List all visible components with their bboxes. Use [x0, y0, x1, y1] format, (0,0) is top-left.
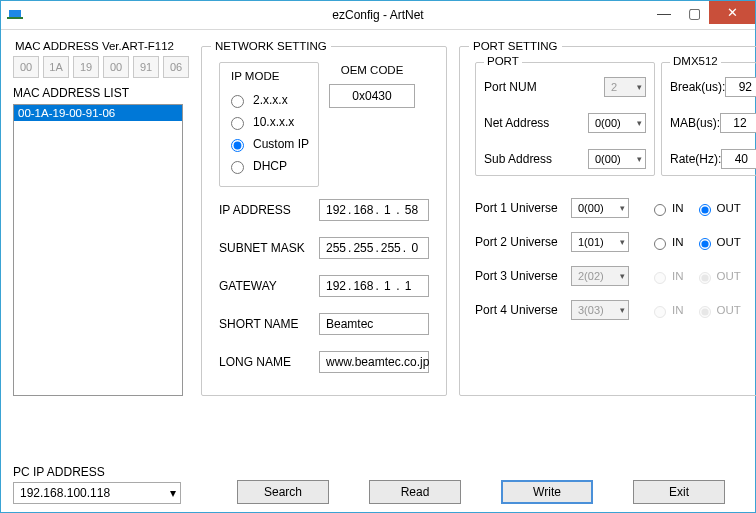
port-subgroup: PORT Port NUM 2▾ Net Address 0(00)▾ Sub … — [475, 62, 655, 176]
port1-out-radio[interactable]: OUT — [694, 201, 741, 216]
app-icon — [1, 1, 29, 30]
chevron-down-icon: ▾ — [637, 82, 642, 92]
mab-label: MAB(us): — [670, 116, 720, 130]
ip-address-input[interactable]: 192.168. 1 . 58 — [319, 199, 429, 221]
window-title: ezConfig - ArtNet — [1, 8, 755, 22]
port3-in-radio: IN — [649, 269, 684, 284]
mac-list-item[interactable]: 00-1A-19-00-91-06 — [14, 105, 182, 121]
app-window: ezConfig - ArtNet — ▢ ✕ MAC ADDRESS Ver.… — [0, 0, 756, 513]
write-button[interactable]: Write — [501, 480, 593, 504]
universe-area: Port 1 Universe 0(00)▾ IN OUT Port 2 Uni… — [469, 182, 756, 336]
ipmode-group: IP MODE 2.x.x.x 10.x.x.x Custom IP DHCP — [219, 62, 319, 187]
port2-in-radio[interactable]: IN — [649, 235, 684, 250]
search-button[interactable]: Search — [237, 480, 329, 504]
net-address-label: Net Address — [484, 116, 568, 130]
port2-out-radio[interactable]: OUT — [694, 235, 741, 250]
svg-rect-1 — [7, 17, 23, 19]
gateway-input[interactable]: 192.168. 1 . 1 — [319, 275, 429, 297]
close-button[interactable]: ✕ — [709, 1, 755, 24]
bottom-bar: PC IP ADDRESS 192.168.100.118▾ Search Re… — [13, 465, 743, 504]
maximize-button[interactable]: ▢ — [679, 1, 709, 24]
ipmode-option-10x[interactable]: 10.x.x.x — [226, 114, 312, 130]
port3-universe-label: Port 3 Universe — [475, 269, 571, 283]
subnet-input[interactable]: 255.255.255. 0 — [319, 237, 429, 259]
ipmode-label: IP MODE — [228, 70, 282, 82]
shortname-input[interactable]: Beamtec — [319, 313, 429, 335]
mac-column: MAC ADDRESS Ver.ART-F112 00 1A 19 00 91 … — [13, 40, 189, 396]
ipmode-option-custom[interactable]: Custom IP — [226, 136, 312, 152]
chevron-down-icon: ▾ — [620, 203, 625, 213]
subnet-label: SUBNET MASK — [219, 241, 311, 255]
chevron-down-icon: ▾ — [170, 486, 176, 500]
mac-byte-5[interactable]: 06 — [163, 56, 189, 78]
oem-code-value[interactable]: 0x0430 — [329, 84, 415, 108]
port4-in-radio: IN — [649, 303, 684, 318]
shortname-label: SHORT NAME — [219, 317, 311, 331]
minimize-button[interactable]: — — [649, 1, 679, 24]
mac-bytes: 00 1A 19 00 91 06 — [13, 56, 189, 78]
break-label: Break(us): — [670, 80, 725, 94]
rate-label: Rate(Hz): — [670, 152, 721, 166]
chevron-down-icon: ▾ — [620, 237, 625, 247]
port-num-label: Port NUM — [484, 80, 568, 94]
longname-input[interactable]: www.beamtec.co.jp — [319, 351, 429, 373]
gateway-label: GATEWAY — [219, 279, 311, 293]
mac-byte-2[interactable]: 19 — [73, 56, 99, 78]
port3-universe-select: 2(02)▾ — [571, 266, 629, 286]
mac-byte-1[interactable]: 1A — [43, 56, 69, 78]
port2-universe-select[interactable]: 1(01)▾ — [571, 232, 629, 252]
network-legend: NETWORK SETTING — [211, 40, 331, 52]
port1-in-radio[interactable]: IN — [649, 201, 684, 216]
port-legend: PORT SETTING — [469, 40, 562, 52]
mac-byte-4[interactable]: 91 — [133, 56, 159, 78]
port1-universe-label: Port 1 Universe — [475, 201, 571, 215]
pc-ip-label: PC IP ADDRESS — [13, 465, 181, 479]
mac-list-label: MAC ADDRESS LIST — [13, 86, 189, 100]
client-area: MAC ADDRESS Ver.ART-F112 00 1A 19 00 91 … — [1, 30, 755, 512]
chevron-down-icon: ▾ — [637, 118, 642, 128]
chevron-down-icon: ▾ — [637, 154, 642, 164]
port-setting-group: PORT SETTING PORT Port NUM 2▾ Net Addres… — [459, 40, 756, 396]
mac-address-list[interactable]: 00-1A-19-00-91-06 — [13, 104, 183, 396]
port2-universe-label: Port 2 Universe — [475, 235, 571, 249]
oem-code-label: OEM CODE — [341, 64, 404, 76]
dmx512-group: DMX512 Break(us): MAB(us): Rate(Hz): — [661, 62, 756, 176]
mac-byte-3[interactable]: 00 — [103, 56, 129, 78]
title-bar: ezConfig - ArtNet — ▢ ✕ — [1, 1, 755, 30]
mac-byte-0[interactable]: 00 — [13, 56, 39, 78]
break-input[interactable] — [725, 77, 756, 97]
oem-code-block: OEM CODE 0x0430 — [329, 62, 415, 187]
sub-address-label: Sub Address — [484, 152, 568, 166]
rate-input[interactable] — [721, 149, 756, 169]
ip-address-label: IP ADDRESS — [219, 203, 311, 217]
mab-input[interactable] — [720, 113, 756, 133]
network-setting-group: NETWORK SETTING IP MODE 2.x.x.x 10.x.x.x… — [201, 40, 447, 396]
read-button[interactable]: Read — [369, 480, 461, 504]
port-num-select[interactable]: 2▾ — [604, 77, 646, 97]
port4-universe-label: Port 4 Universe — [475, 303, 571, 317]
ipmode-option-2x[interactable]: 2.x.x.x — [226, 92, 312, 108]
dmx512-label: DMX512 — [670, 55, 721, 67]
port1-universe-select[interactable]: 0(00)▾ — [571, 198, 629, 218]
pc-ip-select[interactable]: 192.168.100.118▾ — [13, 482, 181, 504]
sub-address-select[interactable]: 0(00)▾ — [588, 149, 646, 169]
mac-version-label: MAC ADDRESS Ver.ART-F112 — [15, 40, 189, 52]
port4-universe-select: 3(03)▾ — [571, 300, 629, 320]
port-subgroup-label: PORT — [484, 55, 522, 67]
port4-out-radio: OUT — [694, 303, 741, 318]
ipmode-option-dhcp[interactable]: DHCP — [226, 158, 312, 174]
chevron-down-icon: ▾ — [620, 305, 625, 315]
svg-rect-0 — [9, 10, 21, 17]
net-address-select[interactable]: 0(00)▾ — [588, 113, 646, 133]
chevron-down-icon: ▾ — [620, 271, 625, 281]
port3-out-radio: OUT — [694, 269, 741, 284]
longname-label: LONG NAME — [219, 355, 311, 369]
exit-button[interactable]: Exit — [633, 480, 725, 504]
